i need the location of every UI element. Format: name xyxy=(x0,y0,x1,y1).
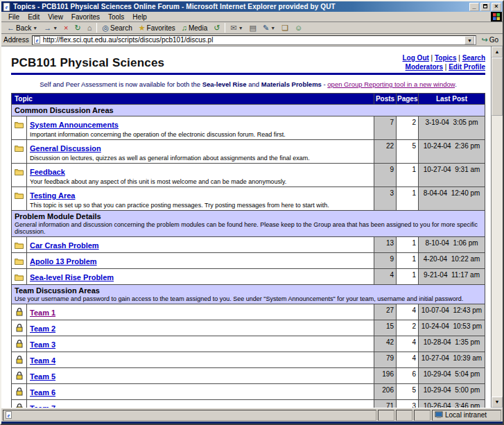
topic-link[interactable]: Feedback xyxy=(30,168,65,176)
last-post-cell: 3-19-04 3:05 pm xyxy=(419,116,485,140)
discuss-icon: ❏ xyxy=(281,24,288,32)
column-header-last-post: Last Post xyxy=(419,94,485,105)
topic-link[interactable]: Team 7 xyxy=(30,404,55,408)
status-pane-1 xyxy=(378,410,394,421)
topic-link[interactable]: Team 2 xyxy=(30,324,55,333)
toolbar-search-button[interactable]: ◎Search xyxy=(99,24,134,33)
minimize-button[interactable]: _ xyxy=(469,3,479,11)
address-dropdown-icon[interactable]: ▼ xyxy=(464,36,474,44)
last-post-cell: 10-26-04 3:46 pm xyxy=(419,400,485,408)
status-page-icon: e xyxy=(6,411,12,419)
folder-icon xyxy=(15,121,24,128)
close-button[interactable]: × xyxy=(492,3,501,11)
restore-button[interactable] xyxy=(480,3,490,11)
toolbar-forward-button[interactable]: →▼ xyxy=(41,24,60,33)
toolbar-edit-button[interactable]: ✎▼ xyxy=(260,24,278,33)
toolbar-media-button[interactable]: ♫Media xyxy=(179,24,211,33)
nav-moderators-link[interactable]: Moderators xyxy=(406,63,443,71)
menu-bar: FileEditViewFavoritesToolsHelp xyxy=(1,12,503,22)
lock-icon xyxy=(16,372,23,380)
lock-icon xyxy=(16,308,23,316)
topic-row: Team 771310-26-04 3:46 pm xyxy=(12,400,485,408)
posts-count-cell: 13 xyxy=(374,237,397,253)
lock-icon xyxy=(16,388,23,396)
history-icon: ↺ xyxy=(214,24,220,32)
topic-icon-cell xyxy=(12,400,27,408)
topic-link[interactable]: Team 3 xyxy=(30,340,55,349)
nav-topics-link[interactable]: Topics xyxy=(435,54,456,62)
section-header-row: Common Discussion Areas xyxy=(12,105,485,116)
go-button[interactable]: ↪ Go xyxy=(479,35,501,44)
menu-item-view[interactable]: View xyxy=(44,12,67,21)
status-zone-label: Local intranet xyxy=(445,411,487,419)
toolbar-refresh-button[interactable]: ↻ xyxy=(72,24,84,33)
announcement-notice: Self and Peer Assessment is now availabl… xyxy=(11,80,485,88)
toolbar-print-button[interactable]: ▤ xyxy=(247,24,259,33)
page-content: PCB101 Physical Sciences Log Out | Topic… xyxy=(1,46,491,408)
vertical-scrollbar[interactable]: ▲ ▼ xyxy=(491,46,503,408)
pages-count-cell: 3 xyxy=(397,400,419,408)
toolbar-discuss-button[interactable]: ❏ xyxy=(279,24,291,33)
group-reporting-link[interactable]: open Group Reporting tool in a new windo… xyxy=(327,80,455,88)
nav-separator: | xyxy=(443,63,449,71)
windows-brand-icon xyxy=(491,12,502,21)
toolbar-favorites-button[interactable]: ★Favorites xyxy=(136,24,178,33)
bottom-edge xyxy=(1,422,503,424)
topic-icon-cell xyxy=(12,140,27,164)
menu-item-file[interactable]: File xyxy=(4,12,24,21)
topic-link[interactable]: Testing Area xyxy=(30,191,75,200)
scrollbar-thumb[interactable] xyxy=(492,58,503,116)
lock-icon xyxy=(16,404,23,408)
pages-count-cell: 1 xyxy=(397,187,419,211)
scroll-down-icon[interactable]: ▼ xyxy=(492,397,503,408)
pages-count-cell: 1 xyxy=(397,269,419,285)
browser-window: e Topics - PCB101 Physical Sciences Onli… xyxy=(0,0,504,425)
topic-link[interactable]: General Discussion xyxy=(30,144,101,153)
menu-item-help[interactable]: Help xyxy=(128,12,151,21)
column-header-topic: Topic xyxy=(12,94,374,105)
posts-count-cell: 7 xyxy=(374,116,397,140)
toolbar-stop-button[interactable]: × xyxy=(61,24,71,33)
toolbar-back-button[interactable]: ←Back▼ xyxy=(4,24,40,33)
notice-text: . xyxy=(455,80,457,88)
topic-description: Your feedback about any aspect of this u… xyxy=(30,177,371,185)
section-header-cell: Common Discussion Areas xyxy=(12,105,485,116)
topic-link[interactable]: Sea-level Rise Problem xyxy=(30,273,114,281)
menu-items: FileEditViewFavoritesToolsHelp xyxy=(4,12,151,21)
topic-row: Team 5196610-29-04 5:04 pm xyxy=(12,368,485,384)
nav-search-link[interactable]: Search xyxy=(462,54,485,62)
menu-item-favorites[interactable]: Favorites xyxy=(67,12,104,21)
lock-icon xyxy=(16,340,23,348)
nav-log-out-link[interactable]: Log Out xyxy=(403,54,429,62)
pages-count-cell: 2 xyxy=(397,320,419,336)
topic-description: Important information concerning the ope… xyxy=(30,130,371,138)
status-zone-pane: Local intranet xyxy=(432,410,501,421)
topic-link[interactable]: Team 5 xyxy=(30,372,55,381)
last-post-cell: 10-24-04 2:36 pm xyxy=(419,140,485,164)
toolbar-home-button[interactable]: ⌂ xyxy=(85,24,95,33)
toolbar-messenger-button[interactable]: ☺ xyxy=(292,24,305,33)
scroll-up-icon[interactable]: ▲ xyxy=(492,46,503,58)
pages-count-cell: 4 xyxy=(397,336,419,352)
menu-item-tools[interactable]: Tools xyxy=(104,12,128,21)
status-bar: e Local intranet xyxy=(1,408,503,422)
topic-link[interactable]: Team 4 xyxy=(30,356,55,365)
arrow-left-icon: ← xyxy=(7,24,15,32)
topic-link[interactable]: Car Crash Problem xyxy=(30,241,99,250)
topic-link[interactable]: Team 1 xyxy=(30,309,55,317)
svg-text:e: e xyxy=(35,37,38,44)
chevron-down-icon: ▼ xyxy=(270,26,275,31)
last-post-cell: 10-29-04 5:00 pm xyxy=(419,384,485,400)
scrollbar-track[interactable] xyxy=(492,58,503,397)
topic-link[interactable]: Team 6 xyxy=(30,388,55,397)
topic-description: This topic is set up so that you can pra… xyxy=(30,201,371,209)
topic-link[interactable]: Apollo 13 Problem xyxy=(30,257,97,266)
address-input[interactable]: e http://flex.sci.qut.edu.au/scripts/dis… xyxy=(32,35,477,45)
toolbar-mail-button[interactable]: ✉▼ xyxy=(227,24,245,33)
topic-link[interactable]: System Announcements xyxy=(30,121,119,129)
toolbar-history-button[interactable]: ↺ xyxy=(211,24,223,33)
restore-icon xyxy=(483,4,487,8)
menu-item-edit[interactable]: Edit xyxy=(24,12,44,21)
nav-edit-profile-link[interactable]: Edit Profile xyxy=(449,63,485,71)
edit-icon: ✎ xyxy=(263,24,269,32)
